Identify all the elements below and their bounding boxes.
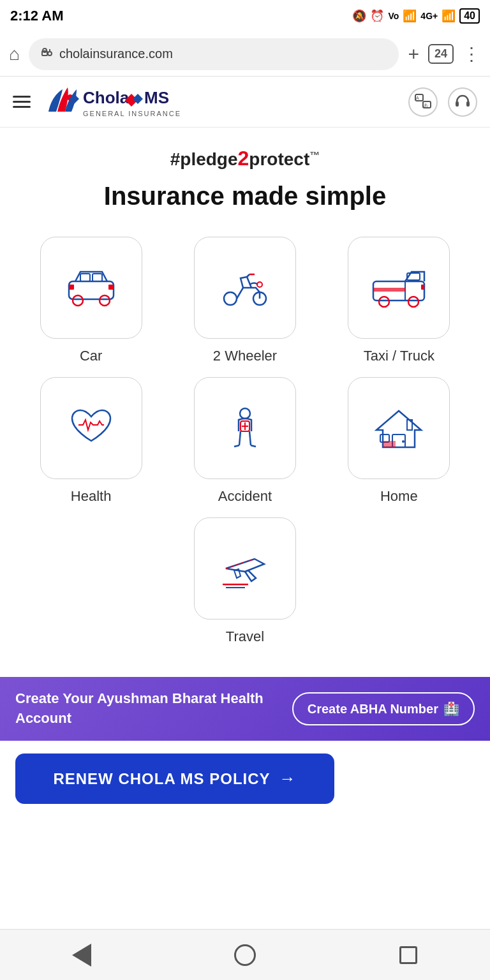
- svg-rect-23: [108, 285, 114, 290]
- accident-insurance-item[interactable]: Accident: [173, 377, 316, 505]
- health-label: Health: [71, 488, 112, 505]
- lte-icon: 4G+: [420, 11, 438, 21]
- taxi-truck-icon: [370, 265, 427, 310]
- svg-text:Chola: Chola: [83, 88, 130, 107]
- home-icon-box[interactable]: [348, 377, 450, 479]
- home-insurance-item[interactable]: Home: [327, 377, 471, 505]
- svg-point-33: [408, 297, 419, 307]
- recent-apps-button[interactable]: [394, 940, 423, 970]
- taxi-truck-icon-box[interactable]: [348, 237, 450, 339]
- svg-line-41: [249, 431, 251, 445]
- accident-label: Accident: [218, 488, 272, 505]
- battery-indicator: 40: [459, 8, 480, 24]
- accident-icon: [216, 406, 274, 450]
- svg-point-32: [379, 297, 389, 307]
- svg-text:MS: MS: [144, 88, 169, 107]
- new-tab-button[interactable]: +: [408, 43, 419, 65]
- recent-apps-icon: [399, 946, 417, 964]
- insurance-grid: Car: [13, 237, 477, 505]
- two-wheeler-label: 2 Wheeler: [213, 348, 277, 364]
- car-insurance-item[interactable]: Car: [19, 237, 163, 364]
- svg-rect-15: [456, 101, 459, 107]
- health-icon: [63, 406, 120, 450]
- signal-icon: 📶: [403, 9, 417, 23]
- taxi-truck-insurance-item[interactable]: Taxi / Truck: [327, 237, 471, 364]
- travel-icon: [216, 546, 274, 591]
- abha-button-label: Create ABHA Number: [308, 702, 438, 716]
- travel-icon-box[interactable]: [194, 517, 296, 620]
- svg-point-24: [224, 292, 237, 305]
- nav-left: Chola GENERAL INSURANCE MS: [13, 84, 184, 119]
- chola-ms-logo: Chola GENERAL INSURANCE MS: [43, 84, 184, 119]
- svg-text:A: A: [416, 96, 419, 100]
- create-abha-button[interactable]: Create ABHA Number 🏥: [292, 692, 475, 725]
- travel-row: Travel: [13, 517, 477, 645]
- home-button[interactable]: [230, 940, 260, 970]
- back-icon: [72, 944, 91, 967]
- health-insurance-item[interactable]: Health: [19, 377, 163, 505]
- hamburger-line1: [13, 96, 31, 98]
- home-icon: [370, 406, 427, 450]
- main-content: #pledge2protect™ Insurance made simple C…: [0, 128, 490, 677]
- svg-point-21: [100, 295, 110, 306]
- accident-icon-box[interactable]: [194, 377, 296, 479]
- status-bar: 2:12 AM 🔕 ⏰ Vo 📶 4G+ 📶 40: [0, 0, 490, 32]
- browser-home-icon[interactable]: ⌂: [9, 44, 20, 64]
- translate-button[interactable]: A あ: [408, 87, 438, 117]
- hamburger-line2: [13, 101, 31, 103]
- pledge-prefix: #pledge: [170, 149, 238, 169]
- logo[interactable]: Chola GENERAL INSURANCE MS: [43, 84, 184, 119]
- status-time: 2:12 AM: [10, 8, 64, 24]
- tab-count[interactable]: 24: [428, 44, 454, 64]
- svg-line-43: [251, 445, 256, 447]
- home-label: Home: [380, 488, 418, 505]
- nav-right: A あ: [408, 87, 477, 117]
- abha-text: Create Your Ayushman Bharat Health Accou…: [15, 689, 292, 729]
- browser-menu-button[interactable]: ⋮: [463, 43, 481, 64]
- car-icon-box[interactable]: [40, 237, 142, 339]
- bottom-nav-bar: [0, 929, 490, 980]
- back-button[interactable]: [67, 940, 96, 970]
- svg-rect-35: [421, 285, 424, 290]
- trademark-symbol: ™: [309, 150, 320, 161]
- pledge-number: 2: [238, 147, 249, 170]
- abha-emoji: 🏥: [443, 701, 459, 716]
- travel-insurance-item[interactable]: Travel: [194, 517, 296, 645]
- lock-icon: [40, 46, 53, 62]
- status-icons: 🔕 ⏰ Vo 📶 4G+ 📶 40: [352, 8, 480, 24]
- home-circle-icon: [234, 944, 256, 966]
- two-wheeler-icon: [216, 265, 274, 310]
- svg-rect-19: [93, 274, 102, 281]
- two-wheeler-insurance-item[interactable]: 2 Wheeler: [173, 237, 316, 364]
- renew-policy-button[interactable]: RENEW CHOLA MS POLICY →: [15, 754, 334, 804]
- hamburger-line3: [13, 106, 31, 108]
- svg-line-42: [234, 445, 239, 447]
- svg-rect-18: [80, 274, 90, 281]
- alarm-icon: ⏰: [370, 9, 384, 23]
- svg-point-36: [240, 408, 250, 419]
- headphone-button[interactable]: [448, 87, 477, 117]
- pledge-tagline: #pledge2protect™: [13, 147, 477, 170]
- browser-bar: ⌂ cholainsurance.com + 24 ⋮: [0, 32, 490, 77]
- taxi-truck-label: Taxi / Truck: [364, 348, 434, 364]
- health-icon-box[interactable]: [40, 377, 142, 479]
- main-heading: Insurance made simple: [13, 181, 477, 211]
- hamburger-menu[interactable]: [13, 96, 31, 108]
- renew-section: RENEW CHOLA MS POLICY →: [0, 741, 490, 817]
- pledge-protect: protect: [249, 149, 309, 169]
- svg-point-20: [73, 295, 83, 306]
- svg-point-2: [48, 52, 52, 56]
- volte-icon: Vo: [388, 11, 399, 21]
- signal2-icon: 📶: [442, 9, 456, 23]
- browser-url-bar[interactable]: cholainsurance.com: [29, 38, 399, 70]
- svg-text:GENERAL INSURANCE: GENERAL INSURANCE: [83, 110, 181, 117]
- two-wheeler-icon-box[interactable]: [194, 237, 296, 339]
- car-icon: [63, 265, 120, 310]
- nav-bar: Chola GENERAL INSURANCE MS A あ: [0, 77, 490, 128]
- mute-icon: 🔕: [352, 9, 366, 23]
- svg-point-28: [257, 282, 262, 287]
- svg-rect-47: [383, 441, 396, 447]
- abha-banner: Create Your Ayushman Bharat Health Accou…: [0, 677, 490, 741]
- svg-point-49: [402, 440, 405, 443]
- renew-button-label: RENEW CHOLA MS POLICY: [53, 770, 270, 788]
